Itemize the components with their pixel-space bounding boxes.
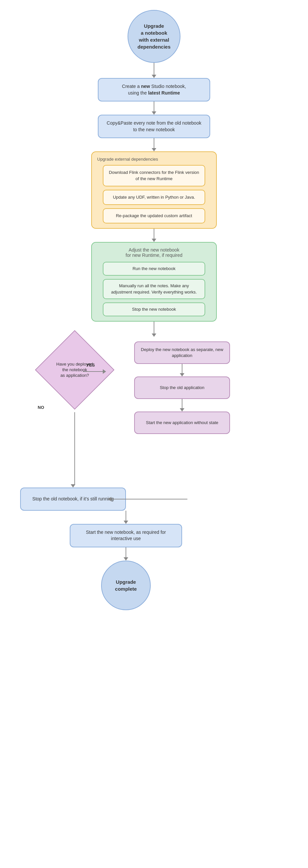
arrow-1 [151, 63, 157, 78]
end-node: Upgradecomplete [101, 561, 151, 610]
arrow-2 [151, 101, 157, 115]
start-node: Upgradea notebookwith externaldependenci… [128, 10, 180, 63]
arrow-right-1 [179, 364, 185, 376]
green-group-title: Adjust the new notebookfor new Runtime, … [126, 247, 182, 258]
arrow-5 [151, 321, 157, 337]
no-label: NO [38, 405, 44, 410]
flowchart: Upgradea notebookwith externaldependenci… [0, 0, 308, 620]
right-label-3: Start the new application without state [146, 420, 218, 426]
stop-old-label: Stop the old notebook, if it's still run… [32, 496, 114, 502]
green-group: Adjust the new notebookfor new Runtime, … [91, 242, 217, 321]
right-label-1: Deploy the new notebook as separate, new… [140, 347, 224, 359]
orange-label-1: Download Flink connectors for the Flink … [109, 169, 199, 182]
green-node-2: Manually run all the notes. Make any adj… [103, 279, 205, 299]
arrow-4 [151, 229, 157, 242]
right-label-2: Stop the old application [160, 385, 204, 391]
end-label: Upgradecomplete [115, 579, 137, 592]
orange-group: Upgrade external dependencies Download F… [91, 151, 217, 229]
right-node-1: Deploy the new notebook as separate, new… [134, 341, 230, 364]
start-new-node: Start the new notebook, as required for … [70, 524, 182, 547]
start-label: Upgradea notebookwith externaldependenci… [137, 23, 171, 50]
step2-node: Copy&Paste every note from the old noteb… [98, 115, 210, 138]
arrow-8 [123, 547, 129, 561]
arrow-6 [70, 484, 76, 488]
green-label-1: Run the new notebook [132, 266, 176, 272]
yes-label: YES [86, 363, 95, 368]
arrow-3 [151, 138, 157, 151]
green-node-1: Run the new notebook [103, 262, 205, 276]
orange-group-title: Upgrade external dependencies [97, 157, 158, 162]
arrow-right-2 [179, 399, 185, 411]
orange-node-2: Update any UDF, written in Python or Jav… [103, 190, 205, 205]
right-node-2: Stop the old application [134, 376, 230, 399]
step1-label: Create a new Studio notebook,using the l… [122, 83, 186, 96]
orange-label-2: Update any UDF, written in Python or Jav… [113, 194, 195, 200]
right-node-3: Start the new application without state [134, 411, 230, 434]
green-label-3: Stop the new notebook [132, 306, 176, 312]
green-node-3: Stop the new notebook [103, 303, 205, 316]
green-label-2: Manually run all the notes. Make any adj… [109, 283, 199, 295]
orange-label-3: Re-package the updated custom artifact [116, 213, 192, 219]
step1-node: Create a new Studio notebook,using the l… [98, 78, 210, 101]
orange-node-3: Re-package the updated custom artifact [103, 208, 205, 223]
step2-label: Copy&Paste every note from the old noteb… [105, 120, 203, 133]
arrow-7 [123, 511, 129, 524]
orange-node-1: Download Flink connectors for the Flink … [103, 165, 205, 186]
start-new-label: Start the new notebook, as required for … [77, 529, 175, 542]
